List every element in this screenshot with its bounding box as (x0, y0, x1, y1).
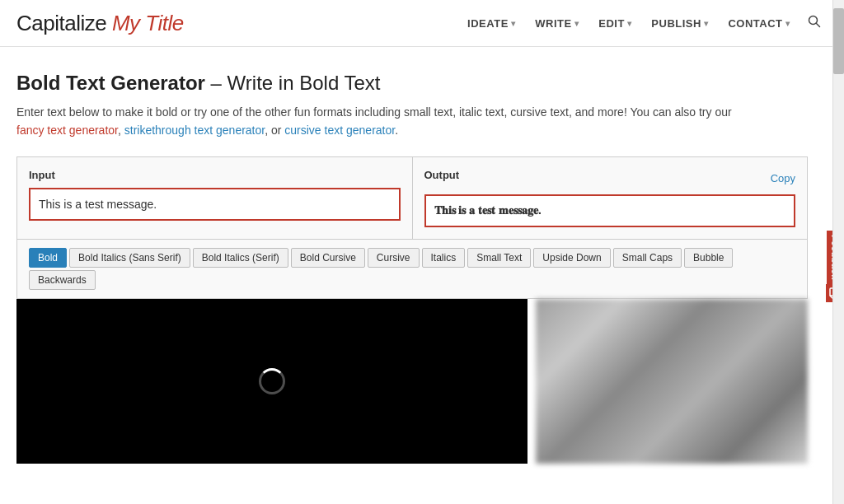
chevron-down-icon: ▾ (511, 19, 516, 28)
format-btn-bold-cursive[interactable]: Bold Cursive (291, 248, 365, 268)
page-title: Bold Text Generator – Write in Bold Text (16, 72, 808, 95)
nav-edit[interactable]: EDIT ▾ (590, 12, 640, 35)
nav-contact[interactable]: CONTACT ▾ (720, 12, 798, 35)
nav-ideate[interactable]: IDEATE ▾ (459, 12, 523, 35)
copy-button[interactable]: Copy (771, 172, 795, 184)
format-btn-bold-italics-(sans-serif)[interactable]: Bold Italics (Sans Serif) (69, 248, 190, 268)
input-panel: Input (17, 157, 412, 239)
nav-write[interactable]: WRITE ▾ (527, 12, 587, 35)
scrollbar[interactable] (832, 0, 844, 480)
search-button[interactable] (801, 10, 828, 36)
loading-spinner (259, 368, 285, 394)
page-description: Enter text below to make it bold or try … (16, 103, 758, 140)
chevron-down-icon: ▾ (574, 19, 579, 28)
format-btn-upside-down[interactable]: Upside Down (533, 248, 610, 268)
advertisement-image (536, 299, 808, 464)
output-panel: Output Copy 𝐓𝐡𝐢𝐬 𝐢𝐬 𝐚 𝐭𝐞𝐬𝐭 𝐦𝐞𝐬𝐬𝐚𝐠𝐞. (413, 157, 808, 239)
chevron-down-icon: ▾ (785, 19, 790, 28)
format-btn-bold[interactable]: Bold (29, 248, 67, 268)
format-btn-small-text[interactable]: Small Text (467, 248, 531, 268)
tool-area: Input Output Copy 𝐓𝐡𝐢𝐬 𝐢𝐬 𝐚 𝐭𝐞𝐬𝐭 𝐦𝐞𝐬𝐬𝐚𝐠𝐞… (16, 156, 808, 240)
main-content: Bold Text Generator – Write in Bold Text… (0, 47, 824, 480)
cursive-link[interactable]: cursive text generator (284, 124, 395, 137)
strikethrough-link[interactable]: strikethrough text generator (124, 124, 265, 137)
svg-line-1 (817, 24, 820, 27)
scrollbar-thumb[interactable] (833, 8, 844, 74)
logo-accent: My Title (112, 11, 184, 35)
output-label: Output (424, 169, 460, 181)
format-btn-backwards[interactable]: Backwards (29, 270, 96, 290)
nav-publish[interactable]: PUBLISH ▾ (643, 12, 716, 35)
chevron-down-icon: ▾ (627, 19, 632, 28)
format-btn-italics[interactable]: Italics (422, 248, 466, 268)
output-header: Output Copy (424, 169, 796, 188)
input-label: Input (29, 169, 401, 181)
header: Capitalize My Title IDEATE ▾ WRITE ▾ EDI… (0, 0, 844, 47)
video-player[interactable] (16, 299, 528, 464)
format-buttons-row: BoldBold Italics (Sans Serif)Bold Italic… (16, 240, 808, 299)
fancy-text-link[interactable]: fancy text generator (16, 124, 118, 137)
media-row (16, 299, 808, 464)
format-btn-bubble[interactable]: Bubble (684, 248, 733, 268)
logo-text: Capitalize (16, 11, 112, 35)
text-input[interactable] (29, 188, 401, 221)
format-btn-bold-italics-(serif)[interactable]: Bold Italics (Serif) (193, 248, 288, 268)
logo[interactable]: Capitalize My Title (16, 11, 184, 36)
chevron-down-icon: ▾ (704, 19, 709, 28)
output-display: 𝐓𝐡𝐢𝐬 𝐢𝐬 𝐚 𝐭𝐞𝐬𝐭 𝐦𝐞𝐬𝐬𝐚𝐠𝐞. (424, 194, 796, 227)
main-nav: IDEATE ▾ WRITE ▾ EDIT ▾ PUBLISH ▾ CONTAC… (459, 10, 828, 36)
format-btn-cursive[interactable]: Cursive (368, 248, 420, 268)
format-btn-small-caps[interactable]: Small Caps (613, 248, 682, 268)
